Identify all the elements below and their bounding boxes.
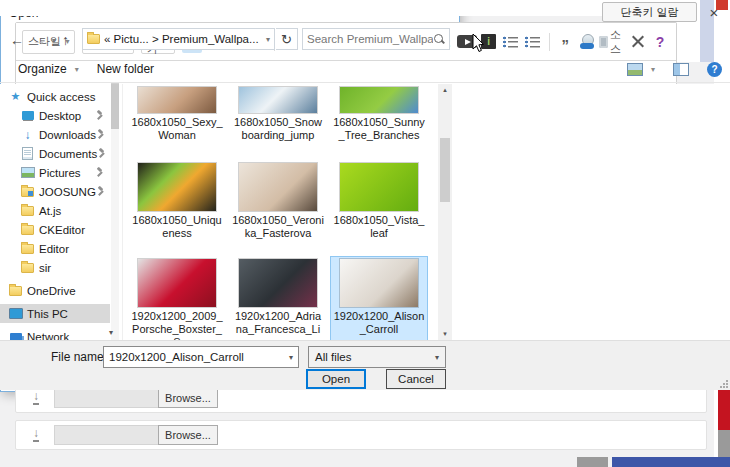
scroll-down-icon[interactable]: ▾ <box>438 328 452 340</box>
scrollbar-thumb[interactable] <box>440 138 450 202</box>
file-path-field[interactable]: Browse... <box>54 388 218 408</box>
sidebar-item-documents[interactable]: Documents <box>0 144 110 163</box>
file-thumbnail <box>138 259 216 307</box>
file-type-dropdown[interactable]: All files ▾ <box>308 346 446 368</box>
organize-menu[interactable]: Organize ▾ <box>18 62 79 76</box>
search-icon[interactable] <box>433 33 445 45</box>
sidebar-item-downloads[interactable]: ↓Downloads <box>0 125 110 144</box>
search-input[interactable]: Search Premium_WallpapersP... <box>302 28 450 50</box>
new-folder-button[interactable]: New folder <box>97 62 154 76</box>
sidebar-item-label: This PC <box>27 308 68 320</box>
file-thumbnail <box>340 259 418 307</box>
file-thumbnail <box>340 87 418 113</box>
pin-icon <box>97 149 106 158</box>
sidebar-item-desktop[interactable]: Desktop <box>0 106 110 125</box>
breadcrumb-root[interactable]: « Pictu... <box>104 33 149 45</box>
breadcrumb-current[interactable]: Premium_Wallpa... <box>162 33 259 45</box>
file-item[interactable]: 1920x1200_Adriana_Francesca_Lima <box>229 256 327 352</box>
sidebar-item-joosung[interactable]: JOOSUNG <box>0 182 110 201</box>
folder-icon <box>21 244 34 254</box>
browse-button[interactable]: Browse... <box>158 425 218 445</box>
sidebar-item-ckeditor[interactable]: CKEditor <box>0 220 110 239</box>
file-thumbnail <box>138 163 216 211</box>
chevron-down-icon[interactable]: ▾ <box>266 35 270 44</box>
chevron-down-icon: ▾ <box>75 65 79 74</box>
open-button[interactable]: Open <box>306 369 366 389</box>
close-button[interactable]: × <box>698 0 730 24</box>
upload-icon: ↓ <box>28 391 44 405</box>
file-name-value[interactable]: 1920x1200_Alison_Carroll <box>109 351 289 363</box>
history-dropdown-icon[interactable]: ▾ <box>52 36 56 45</box>
network-icon <box>10 333 22 341</box>
dialog-help-button[interactable]: ? <box>707 62 722 77</box>
breadcrumb-separator: > <box>152 33 159 45</box>
files-scrollbar[interactable]: ▴ ▾ <box>438 84 452 340</box>
sidebar-item-label: Quick access <box>27 91 95 103</box>
sidebar-item-this-pc[interactable]: This PC <box>0 304 110 323</box>
back-button[interactable]: ← <box>10 32 24 48</box>
folder-icon <box>87 34 100 44</box>
shortcut-list-button[interactable]: 단축키 일람 <box>602 2 697 22</box>
folder-icon <box>9 286 22 296</box>
refresh-button[interactable]: ↻ <box>276 28 298 50</box>
desktop-icon <box>22 111 34 120</box>
up-button[interactable]: ↑ <box>62 32 69 48</box>
sidebar-item-label: Documents <box>39 148 97 160</box>
cancel-button[interactable]: Cancel <box>386 369 446 389</box>
preview-pane-button[interactable] <box>673 63 689 76</box>
dialog-file-grid: 1680x1050_Sexy_Woman1680x1050_Snowboardi… <box>128 84 434 340</box>
sidebar-item-sir[interactable]: sir <box>0 258 110 277</box>
upload-icon: ↓ <box>28 428 44 442</box>
file-item[interactable]: 1680x1050_Vista_leaf <box>330 160 428 256</box>
sidebar-scroll-down-icon[interactable]: ▾ <box>109 328 113 337</box>
pin-icon <box>95 168 104 177</box>
occluded-blue-fragment <box>612 457 730 467</box>
folder-user-icon <box>21 187 34 197</box>
file-item[interactable]: 1920x1200_2009_Porsche_Boxster_S <box>128 256 226 352</box>
file-name-label: 1680x1050_Sexy_Woman <box>131 116 223 142</box>
file-item[interactable]: 1680x1050_Sunny_Tree_Branches <box>330 84 428 160</box>
document-icon <box>22 147 33 160</box>
file-item[interactable]: 1920x1200_Alison_Carroll <box>330 256 428 352</box>
sidebar-item-quick-access[interactable]: ★Quick access <box>0 87 110 106</box>
scrollbar-thumb[interactable] <box>112 84 118 128</box>
pin-icon <box>96 130 105 139</box>
file-item[interactable]: 1680x1050_Snowboarding_jump <box>229 84 327 160</box>
dialog-body: ★Quick accessDesktop↓DownloadsDocumentsP… <box>0 84 730 340</box>
computer-icon <box>9 308 23 319</box>
picture-icon <box>21 167 35 178</box>
file-thumbnail <box>239 163 317 211</box>
file-name-label: File name: <box>51 350 107 364</box>
organize-label: Organize <box>18 62 67 76</box>
sidebar-item-editor[interactable]: Editor <box>0 239 110 258</box>
browse-button[interactable]: Browse... <box>158 388 218 408</box>
chevron-down-icon[interactable]: ▾ <box>289 353 293 362</box>
resize-grip[interactable] <box>720 380 728 388</box>
folder-icon <box>21 206 34 216</box>
divider <box>0 82 730 83</box>
file-name-combobox[interactable]: 1920x1200_Alison_Carroll ▾ <box>103 346 299 368</box>
file-type-value: All files <box>315 351 435 363</box>
sidebar-item-network[interactable]: Network <box>0 327 110 340</box>
file-item[interactable]: 1680x1050_Veronika_Fasterova <box>229 160 327 256</box>
file-item[interactable]: 1680x1050_Sexy_Woman <box>128 84 226 160</box>
forward-button[interactable]: → <box>32 32 46 48</box>
search-text: Search Premium_WallpapersP... <box>307 33 433 45</box>
command-bar: Organize ▾ New folder ▾ ? <box>0 56 730 82</box>
sidebar-item-pictures[interactable]: Pictures <box>0 163 110 182</box>
chevron-down-icon[interactable]: ▾ <box>435 353 439 362</box>
sidebar-item-label: sir <box>39 262 51 274</box>
sidebar-item-label: Desktop <box>39 110 81 122</box>
sidebar-item-at-js[interactable]: At.js <box>0 201 110 220</box>
sidebar-scrollbar[interactable] <box>111 84 119 340</box>
help-icon: ? <box>707 62 722 77</box>
file-path-field[interactable]: Browse... <box>54 425 218 445</box>
file-thumbnail <box>340 163 418 211</box>
file-thumbnail <box>239 87 317 113</box>
view-mode-button[interactable]: ▾ <box>627 63 655 76</box>
address-breadcrumb[interactable]: « Pictu... > Premium_Wallpa... ▾ <box>82 28 275 50</box>
scroll-up-icon[interactable]: ▴ <box>438 84 452 96</box>
file-item[interactable]: 1680x1050_Uniqueness <box>128 160 226 256</box>
sidebar-item-label: Editor <box>39 243 69 255</box>
sidebar-item-onedrive[interactable]: OneDrive <box>0 281 110 300</box>
